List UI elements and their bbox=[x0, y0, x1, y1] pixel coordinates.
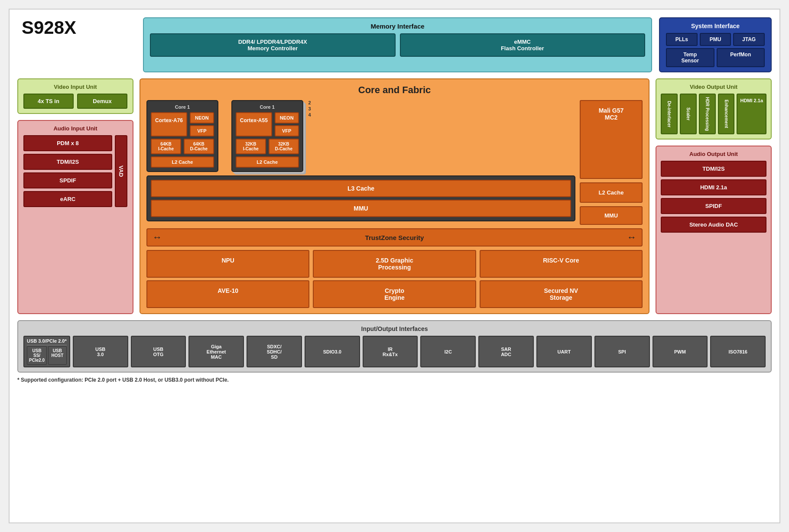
neon-vfp-a55: NEON VFP bbox=[275, 112, 299, 136]
hdmi-cell: HDMI 2.1a bbox=[737, 94, 766, 134]
ave10-cell: AVE-10 bbox=[146, 280, 309, 308]
temp-sensor-cell: TempSensor bbox=[666, 48, 714, 67]
icache-a76: 64KBI-Cache bbox=[151, 139, 181, 154]
spdif-cell: SPDIF bbox=[23, 172, 112, 188]
sys-grid: PLLs PMU JTAG bbox=[666, 33, 765, 46]
neon-vfp-a76: NEON VFP bbox=[190, 112, 214, 136]
io-spi: SPI bbox=[594, 336, 650, 367]
compute-row-2: AVE-10 CryptoEngine Secured NVStorage bbox=[146, 280, 643, 308]
cache-row-a55: 32KBI-Cache 32KBD-Cache bbox=[236, 139, 299, 154]
l2-a76: L2 Cache bbox=[151, 156, 214, 168]
vfp-a76: VFP bbox=[190, 125, 214, 136]
icache-a55: 32KBI-Cache bbox=[236, 139, 266, 154]
io-iso7816: ISO7816 bbox=[710, 336, 766, 367]
stack-num-4: 4 bbox=[308, 112, 311, 117]
jtag-cell: JTAG bbox=[733, 33, 765, 46]
npu-cell: NPU bbox=[146, 250, 309, 278]
io-usb30: USB3.0 bbox=[73, 336, 128, 367]
right-col: Video Output Unit De-interlacer Scaler H… bbox=[656, 78, 772, 314]
io-giga-ethernet: GigaEthernetMAC bbox=[188, 336, 244, 367]
io-title: Input/Output Interfaces bbox=[23, 325, 766, 332]
io-i2c: I2C bbox=[420, 336, 476, 367]
core-top-row-a76: Cortex-A76 NEON VFP bbox=[151, 112, 214, 136]
cluster-stack-wrapper: Core 1 Cortex-A55 NEON VFP 32KBI-Ca bbox=[231, 100, 303, 172]
io-ir: IRRx&Tx bbox=[363, 336, 418, 367]
neon-a76: NEON bbox=[190, 112, 214, 123]
core-fabric-title: Core and Fabric bbox=[146, 84, 643, 96]
cortex-a76-cell: Cortex-A76 bbox=[151, 112, 187, 136]
risc-v-cell: RISC-V Core bbox=[480, 250, 643, 278]
memory-interface-title: Memory Interface bbox=[150, 23, 645, 30]
ai-grid: PDM x 8 TDM/I2S SPDIF eARC VAD bbox=[23, 135, 127, 207]
cache-row-a76: 64KBI-Cache 64KBD-Cache bbox=[151, 139, 214, 154]
footnote: * Supported configuration: PCIe 2.0 port… bbox=[17, 377, 772, 383]
io-row: USB 3.0/PCIe 2.0* USB SS/PCIe2.0 USBHOST… bbox=[23, 336, 766, 367]
audio-input-box: Audio Input Unit PDM x 8 TDM/I2S SPDIF e… bbox=[17, 120, 133, 314]
audio-input-title: Audio Input Unit bbox=[23, 125, 127, 132]
perfmon-cell: PerfMon bbox=[717, 48, 765, 67]
plls-cell: PLLs bbox=[666, 33, 698, 46]
mali-gpu-cell: Mali G57MC2 bbox=[580, 100, 643, 179]
mali-right: Mali G57MC2 L2 Cache MMU bbox=[580, 100, 643, 225]
secured-nv-cell: Secured NVStorage bbox=[480, 280, 643, 308]
trustzone-text: TrustZone Security bbox=[166, 234, 623, 241]
ao-spidf-cell: SPIDF bbox=[661, 198, 766, 214]
memory-interface-box: Memory Interface DDR4/ LPDDR4/LPDDR4XMem… bbox=[143, 17, 652, 72]
crypto-cell: CryptoEngine bbox=[313, 280, 476, 308]
pdm-cell: PDM x 8 bbox=[23, 135, 112, 151]
io-sdio: SDIO3.0 bbox=[305, 336, 360, 367]
ai-left: PDM x 8 TDM/I2S SPDIF eARC bbox=[23, 135, 112, 207]
stack-num-2: 2 bbox=[308, 100, 311, 105]
earc-cell: eARC bbox=[23, 191, 112, 207]
mmu-mali-cell: MMU bbox=[580, 206, 643, 225]
demux-cell: Demux bbox=[77, 94, 127, 109]
cluster-label-a76: Core 1 bbox=[151, 104, 214, 110]
io-usb-combo: USB 3.0/PCIe 2.0* USB SS/PCIe2.0 USBHOST bbox=[23, 336, 70, 367]
io-usb-pcie: USB 3.0/PCIe 2.0* bbox=[27, 338, 67, 345]
l2-mali-cell: L2 Cache bbox=[580, 182, 643, 203]
scaler-cell: Scaler bbox=[680, 94, 697, 134]
middle-row: Video Input Unit 4x TS in Demux Audio In… bbox=[17, 78, 772, 314]
hdr-cell: HDR Processing bbox=[699, 94, 716, 134]
vo-row: De-interlacer Scaler HDR Processing Enha… bbox=[661, 94, 766, 134]
clusters-top-row: Core 1 Cortex-A76 NEON VFP 64KBI-Cache bbox=[146, 100, 575, 172]
core-fabric-box: Core and Fabric Core 1 Cortex-A76 NEON V… bbox=[140, 78, 649, 314]
stack-num-3: 3 bbox=[308, 106, 311, 111]
enhancement-cell: Enhancement bbox=[718, 94, 735, 134]
io-usb-host: USBHOST bbox=[48, 346, 67, 365]
trustzone-row: ↔ TrustZone Security ↔ bbox=[146, 228, 643, 247]
clusters-and-mali: Core 1 Cortex-A76 NEON VFP 64KBI-Cache bbox=[146, 100, 643, 225]
dcache-a55: 32KBD-Cache bbox=[269, 139, 299, 154]
top-row: Memory Interface DDR4/ LPDDR4/LPDDR4XMem… bbox=[143, 17, 772, 72]
cluster-label-a55: Core 1 bbox=[236, 104, 299, 110]
dcache-a76: 64KBD-Cache bbox=[184, 139, 214, 154]
io-sar-adc: SARADC bbox=[478, 336, 534, 367]
compute-row-1: NPU 2.5D GraphicProcessing RISC-V Core bbox=[146, 250, 643, 278]
ao-tdm-cell: TDM/I2S bbox=[661, 161, 766, 177]
graphic-cell: 2.5D GraphicProcessing bbox=[313, 250, 476, 278]
io-sdxc: SDXC/SDHC/SD bbox=[247, 336, 302, 367]
l3-mmu-box: L3 Cache MMU bbox=[146, 175, 575, 221]
tdm-cell: TDM/I2S bbox=[23, 154, 112, 170]
ao-hdmi-cell: HDMI 2.1a bbox=[661, 179, 766, 195]
system-interface-title: System Interface bbox=[666, 23, 765, 29]
io-uart: UART bbox=[536, 336, 592, 367]
io-pwm: PWM bbox=[653, 336, 708, 367]
ddr-controller: DDR4/ LPDDR4/LPDDR4XMemory Controller bbox=[150, 33, 396, 57]
io-usb-otg: USBOTG bbox=[131, 336, 186, 367]
ao-stereo-cell: Stereo Audio DAC bbox=[661, 217, 766, 233]
vad-cell: VAD bbox=[115, 135, 127, 207]
chip-title: S928X bbox=[22, 17, 76, 38]
mmu-cell: MMU bbox=[151, 200, 571, 217]
core-cluster-a76: Core 1 Cortex-A76 NEON VFP 64KBI-Cache bbox=[146, 100, 218, 172]
tz-arrow-right: ↔ bbox=[627, 232, 636, 243]
vfp-a55: VFP bbox=[275, 125, 299, 136]
core-cluster-a55: Core 1 Cortex-A55 NEON VFP 32KBI-Ca bbox=[231, 100, 303, 172]
video-input-box: Video Input Unit 4x TS in Demux bbox=[17, 78, 133, 114]
stack-numbers: 2 3 4 bbox=[308, 100, 311, 117]
neon-a55: NEON bbox=[275, 112, 299, 123]
system-interface-box: System Interface PLLs PMU JTAG TempSenso… bbox=[659, 17, 772, 72]
io-sub-row: USB SS/PCIe2.0 USBHOST bbox=[27, 346, 67, 365]
emmc-controller: eMMCFlash Controller bbox=[400, 33, 646, 57]
audio-output-title: Audio Output Unit bbox=[661, 151, 766, 157]
